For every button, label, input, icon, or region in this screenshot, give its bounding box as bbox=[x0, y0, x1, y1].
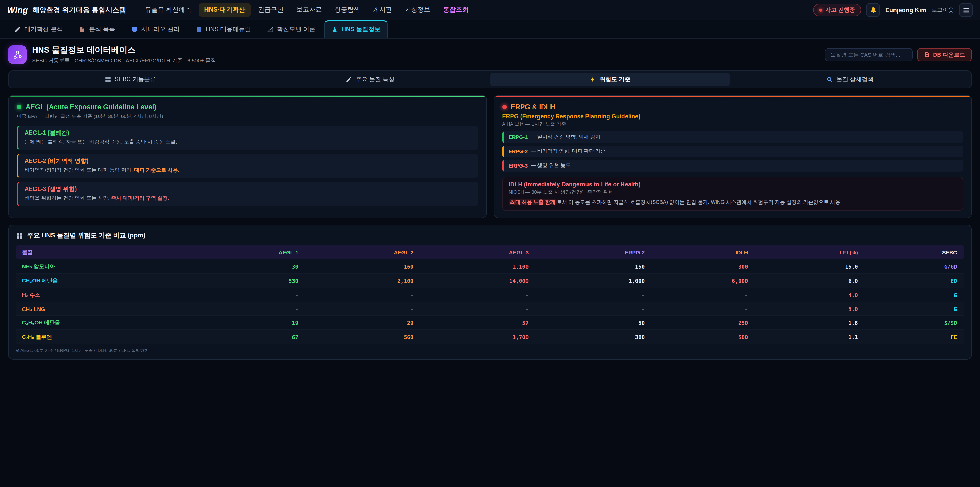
idlh-cell: 6,000 bbox=[652, 273, 755, 288]
aegl-panel-subtitle: 미국 EPA — 일반인 급성 노출 기준 (10분, 30분, 60분, 4시… bbox=[17, 113, 478, 120]
sebc-cell: S/SD bbox=[865, 315, 964, 330]
aegl1-cell: 67 bbox=[190, 330, 305, 344]
aegl3-cell: 57 bbox=[421, 315, 536, 330]
menu-button[interactable] bbox=[959, 3, 973, 17]
tab-hns-substance-info[interactable]: HNS 물질정보 bbox=[324, 21, 388, 38]
tab-substance-detail-search[interactable]: 물질 상세검색 bbox=[730, 72, 970, 86]
tab-substance-properties[interactable]: 주요 물질 특성 bbox=[250, 72, 490, 86]
table-row-ethanol[interactable]: C₂H₅OH 에탄올 19 29 57 50 250 1.8 S/SD bbox=[16, 315, 964, 330]
aegl-panel: AEGL (Acute Exposure Guideline Level) 미국… bbox=[8, 95, 487, 218]
pencil-icon bbox=[14, 26, 21, 33]
aegl-level-name: AEGL-3 (생명 위협) bbox=[24, 185, 472, 193]
idlh-block: IDLH (Immediately Dangerous to Life or H… bbox=[502, 177, 963, 211]
lfl-cell: 1.1 bbox=[755, 330, 865, 344]
incident-status-label: 사고 진행중 bbox=[826, 6, 855, 14]
notifications-button[interactable] bbox=[866, 3, 880, 17]
nav-item-aerial-search[interactable]: 항공탐색 bbox=[329, 3, 366, 17]
col-aegl2: AEGL-2 bbox=[305, 245, 421, 259]
hazard-comparison-card: 주요 HNS 물질별 위험도 기준 비교 (ppm) 물질 AEGL-1 AEG… bbox=[8, 225, 972, 359]
aegl1-cell: 530 bbox=[190, 273, 305, 288]
idlh-subtitle: NIOSH — 30분 노출 시 생명/건강에 즉각적 위험 bbox=[509, 189, 956, 196]
hamburger-icon bbox=[963, 6, 969, 14]
nav-item-hns-air-dispersion[interactable]: HNS·대기확산 bbox=[199, 3, 251, 17]
tab-label: 물질 상세검색 bbox=[837, 76, 873, 83]
idlh-desc-text: 로서 이 농도를 초과하면 자급식 호흡장치(SCBA) 없이는 진입 불가. … bbox=[557, 199, 842, 205]
table-header: 주요 HNS 물질별 위험도 기준 비교 (ppm) bbox=[16, 232, 964, 240]
idlh-cell: - bbox=[652, 302, 755, 315]
grid-icon bbox=[16, 232, 23, 239]
substance-cell: CH₄ LNG bbox=[16, 302, 190, 315]
tab-analysis-list[interactable]: 분석 목록 bbox=[72, 21, 123, 38]
logout-button[interactable]: 로그아웃 bbox=[932, 6, 954, 14]
table-row-toluene[interactable]: C₇H₈ 톨루엔 67 560 3,700 300 500 1.1 FE bbox=[16, 330, 964, 344]
tab-dispersion-analysis[interactable]: 대기확산 분석 bbox=[7, 21, 70, 38]
db-download-button[interactable]: DB 다운로드 bbox=[917, 48, 972, 61]
tab-label: 확산모델 이론 bbox=[277, 25, 315, 34]
save-icon bbox=[924, 51, 930, 58]
table-row-hydrogen[interactable]: H₂ 수소 - - - - - 4.0 G bbox=[16, 288, 964, 302]
tab-label: 분석 목록 bbox=[89, 25, 115, 34]
sebc-cell: FE bbox=[865, 330, 964, 344]
aegl1-cell: 30 bbox=[190, 259, 305, 273]
aegl2-cell: 560 bbox=[305, 330, 421, 344]
substance-search-input[interactable] bbox=[825, 48, 913, 61]
db-download-label: DB 다운로드 bbox=[933, 51, 965, 59]
col-lfl: LFL(%) bbox=[755, 245, 865, 259]
erpg-level-2: ERPG-2 — 비가역적 영향, 대피 판단 기준 bbox=[502, 145, 963, 157]
status-dot-icon bbox=[819, 8, 822, 11]
nav-item-board[interactable]: 게시판 bbox=[367, 3, 398, 17]
tab-hazard-criteria[interactable]: 위험도 기준 bbox=[490, 72, 730, 86]
page-header-left: HNS 물질정보 데이터베이스 SEBC 거동분류 · CHRIS/CAMEO … bbox=[8, 45, 216, 64]
erpg2-cell: - bbox=[536, 288, 652, 302]
erpg-idlh-panel: ERPG & IDLH ERPG (Emergency Response Pla… bbox=[493, 95, 972, 218]
erpg2-cell: 300 bbox=[536, 330, 652, 344]
table-row-ammonia[interactable]: NH₃ 암모니아 30 160 1,100 150 300 15.0 G/GD bbox=[16, 259, 964, 273]
document-icon bbox=[79, 26, 86, 33]
aegl-level-name: AEGL-1 (불쾌감) bbox=[24, 129, 472, 137]
table-row-methanol[interactable]: CH₃OH 메탄올 530 2,100 14,000 1,000 6,000 6… bbox=[16, 273, 964, 288]
idlh-cell: - bbox=[652, 288, 755, 302]
col-erpg2: ERPG-2 bbox=[536, 245, 652, 259]
pencil-icon bbox=[346, 76, 352, 83]
tab-label: SEBC 거동분류 bbox=[115, 76, 156, 83]
top-navbar: Wing 해양환경 위기대응 통합시스템 유출유 확산예측 HNS·대기확산 긴… bbox=[0, 0, 980, 21]
grid-icon bbox=[104, 76, 111, 83]
aegl-level-desc-text: 눈에 띄는 불쾌감, 자극 또는 비감각적 증상. 노출 중단 시 증상 소멸. bbox=[24, 139, 177, 145]
idlh-cell: 250 bbox=[652, 315, 755, 330]
tab-label: HNS 물질정보 bbox=[342, 25, 380, 34]
table-row-lng[interactable]: CH₄ LNG - - - - - 5.0 G bbox=[16, 302, 964, 315]
tab-dispersion-model-theory[interactable]: 확산모델 이론 bbox=[259, 21, 323, 38]
tab-label: 대기확산 분석 bbox=[24, 25, 63, 34]
erpg-level-name: ERPG-2 bbox=[509, 148, 528, 154]
nav-item-integrated-search[interactable]: 통합조회 bbox=[438, 3, 474, 17]
lightning-icon bbox=[589, 76, 596, 83]
aegl-panel-header: AEGL (Acute Exposure Guideline Level) bbox=[17, 103, 478, 111]
aegl-level-desc-text: 생명을 위협하는 건강 영향 또는 사망. bbox=[24, 195, 111, 201]
erpg-section-subtitle: AIHA 발행 — 1시간 노출 기준 bbox=[502, 121, 963, 128]
aegl-level-emphasis: 즉시 대피/격리 구역 설정. bbox=[111, 195, 169, 201]
hazard-table: 물질 AEGL-1 AEGL-2 AEGL-3 ERPG-2 IDLH LFL(… bbox=[16, 245, 964, 344]
tab-scenario-management[interactable]: 시나리오 관리 bbox=[124, 21, 187, 38]
aegl3-cell: - bbox=[421, 302, 536, 315]
erpg-level-name: ERPG-3 bbox=[509, 163, 528, 168]
tab-hns-response-manual[interactable]: HNS 대응매뉴얼 bbox=[188, 21, 258, 38]
nav-item-oil-spill-prediction[interactable]: 유출유 확산예측 bbox=[139, 3, 197, 17]
tab-label: 시나리오 관리 bbox=[141, 25, 180, 34]
nav-item-reports[interactable]: 보고자료 bbox=[291, 3, 328, 17]
erpg-panel-title: ERPG & IDLH bbox=[511, 103, 555, 111]
user-name[interactable]: Eunjeong Kim bbox=[885, 6, 926, 14]
app-logo[interactable]: Wing 해양환경 위기대응 통합시스템 bbox=[7, 5, 126, 14]
erpg-level-3: ERPG-3 — 생명 위협 농도 bbox=[502, 160, 963, 172]
tab-sebc-classification[interactable]: SEBC 거동분류 bbox=[10, 72, 250, 86]
erpg2-cell: - bbox=[536, 302, 652, 315]
hazard-table-body: NH₃ 암모니아 30 160 1,100 150 300 15.0 G/GD … bbox=[16, 259, 964, 344]
molecule-icon bbox=[8, 45, 27, 64]
nav-item-emergency-rescue[interactable]: 긴급구난 bbox=[252, 3, 289, 17]
col-substance: 물질 bbox=[16, 245, 190, 259]
aegl1-cell: - bbox=[190, 302, 305, 315]
app-root: Wing 해양환경 위기대응 통합시스템 유출유 확산예측 HNS·대기확산 긴… bbox=[0, 0, 980, 487]
lfl-cell: 4.0 bbox=[755, 288, 865, 302]
nav-item-weather-info[interactable]: 기상정보 bbox=[399, 3, 436, 17]
idlh-title: IDLH (Immediately Dangerous to Life or H… bbox=[509, 181, 956, 187]
incident-status-badge[interactable]: 사고 진행중 bbox=[813, 3, 861, 16]
